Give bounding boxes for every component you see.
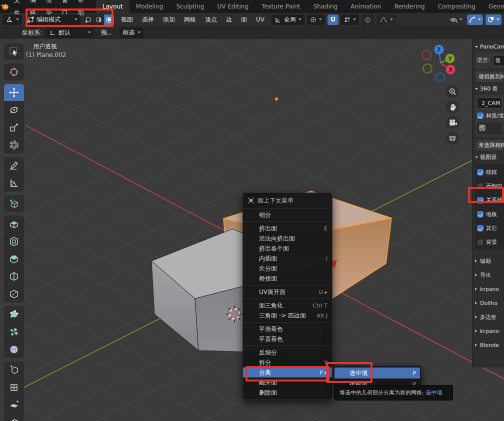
pivot-point-dropdown[interactable] — [307, 14, 325, 25]
navigation-gizmo[interactable]: Z Y X — [421, 41, 460, 86]
tool-scale[interactable] — [4, 119, 24, 136]
tool-shrink-fatten[interactable] — [4, 379, 24, 396]
menu-uv[interactable]: UV — [252, 13, 269, 26]
show-gizmo-dropdown[interactable] — [467, 14, 483, 25]
panel-header-panocam[interactable]: PanoCam — [475, 44, 504, 50]
tab-animation[interactable]: Animation — [344, 0, 388, 13]
menu-item-subdivide[interactable]: 细分 — [243, 210, 332, 220]
tool-measure[interactable] — [4, 174, 24, 192]
menu-item-tris-to-quads[interactable]: 三角面 -> 四边面Alt J — [243, 310, 332, 320]
menu-add[interactable]: 添加 — [158, 13, 180, 26]
menu-item-poke-faces[interactable]: 尖分面 — [243, 264, 332, 274]
section-polygon[interactable]: 多边形 — [475, 310, 504, 324]
menu-item-extrude-individual[interactable]: 挤出各个面 — [243, 244, 332, 254]
gizmo-neg-y[interactable] — [423, 64, 432, 73]
face-orientation-checkbox-row[interactable]: 面朝向 — [477, 179, 504, 193]
vertex-select-button[interactable] — [83, 14, 93, 25]
snap-settings-dropdown[interactable] — [341, 14, 359, 25]
select-tool-dropdown[interactable]: 框选 — [120, 28, 144, 38]
tool-add-cube[interactable] — [4, 195, 24, 212]
tab-geometry-nodes[interactable]: Geometry Nodes — [482, 0, 504, 13]
menu-item-bridge-faces[interactable]: 桥接面 — [243, 274, 332, 284]
language-dropdown[interactable]: 简 — [493, 55, 504, 66]
switch-language-button[interactable]: 请切换到对 — [475, 71, 504, 82]
coordinate-system-dropdown[interactable]: 默认 — [46, 28, 94, 38]
menu-item-delete-faces[interactable]: 删除面 — [243, 388, 332, 398]
section-krpano-2[interactable]: krpano — [475, 324, 504, 338]
snap-toggle-button[interactable] — [328, 14, 338, 25]
tool-edge-slide[interactable] — [4, 362, 24, 378]
tool-spin[interactable] — [4, 324, 24, 340]
menu-item-separate[interactable]: 分离P ▸ — [243, 368, 332, 378]
menu-item-triangulate[interactable]: 面三角化Ctrl T — [243, 300, 332, 310]
section-krpano-1[interactable]: krpano — [475, 282, 504, 296]
tool-smooth[interactable] — [4, 341, 24, 358]
material-world-checkbox-row[interactable]: 材质/世界 — [477, 108, 502, 122]
tool-annotate[interactable] — [4, 157, 24, 174]
tool-knife[interactable] — [4, 286, 24, 302]
tab-shading[interactable]: Shading — [306, 0, 344, 13]
menu-vertex[interactable]: 顶点 — [200, 13, 222, 26]
tool-cursor[interactable] — [4, 64, 24, 80]
tool-tweak-select[interactable] — [4, 43, 24, 60]
proportional-edit-button[interactable] — [362, 14, 374, 25]
menu-face[interactable]: 面 — [236, 13, 252, 26]
tool-transform[interactable] — [4, 136, 24, 154]
menu-view[interactable]: 视图 — [116, 13, 138, 26]
menu-select[interactable]: 选择 — [138, 13, 158, 26]
pan-view-button[interactable] — [446, 100, 459, 114]
tool-loop-cut[interactable] — [4, 268, 24, 285]
section-dollhouse[interactable]: Dollho — [475, 296, 504, 310]
menu-item-extrude-faces[interactable]: 挤出面E — [243, 224, 332, 234]
floor-checkbox-row[interactable]: 地板 — [477, 207, 504, 221]
sub-checkbox[interactable] — [479, 124, 486, 131]
section-assist[interactable]: 辅助 — [475, 254, 504, 268]
others-checkbox-row[interactable]: 其它 — [477, 221, 504, 235]
tool-move[interactable] — [4, 84, 24, 101]
toggle-ortho-button[interactable] — [446, 132, 459, 144]
tool-extrude-region[interactable] — [4, 216, 24, 232]
zoom-view-button[interactable] — [446, 85, 459, 98]
relationship-lines-checkbox-row[interactable]: 关系线 — [477, 193, 504, 207]
wireframe-checkbox-row[interactable]: 线框 — [477, 165, 504, 179]
menu-edge[interactable]: 边 — [222, 13, 236, 26]
tab-sculpting[interactable]: Sculpting — [170, 0, 210, 13]
submenu-item-selection[interactable]: 选中项P — [334, 368, 420, 378]
menu-item-split[interactable]: 拆分Y — [243, 358, 332, 368]
menu-item-inset-faces[interactable]: 内插面I — [243, 254, 332, 264]
section-blender[interactable]: Blende — [475, 338, 504, 352]
proportional-falloff-dropdown[interactable] — [376, 14, 396, 25]
edge-select-button[interactable] — [94, 14, 104, 25]
drag-dropdown[interactable]: 拖... — [98, 28, 116, 38]
transform-orientation-dropdown[interactable]: 全局 — [272, 14, 304, 25]
editor-type-dropdown[interactable] — [2, 14, 22, 25]
tool-poly-build[interactable] — [4, 306, 24, 323]
camera-view-button[interactable] — [446, 116, 459, 129]
tab-uv-editing[interactable]: UV Editing — [210, 0, 255, 13]
face-select-button[interactable] — [104, 14, 114, 25]
menu-item-extrude-along-normals[interactable]: 沿法向挤出面 — [243, 234, 332, 244]
tab-rendering[interactable]: Rendering — [388, 0, 431, 13]
gizmo-neg-x[interactable] — [422, 50, 431, 60]
no-camera-button[interactable]: 未选择相机 — [475, 140, 504, 151]
tool-bevel[interactable] — [4, 250, 24, 268]
tab-modeling[interactable]: Modeling — [130, 0, 170, 13]
panel-header-360[interactable]: 360 查 — [475, 85, 504, 92]
tool-inset-faces[interactable] — [4, 233, 24, 250]
tab-layout[interactable]: Layout — [96, 0, 130, 13]
show-overlays-dropdown[interactable] — [486, 14, 502, 25]
interaction-mode-dropdown[interactable]: 编辑模式 — [24, 14, 80, 25]
blender-logo-icon[interactable] — [0, 0, 9, 13]
object-visibility-dropdown[interactable] — [448, 14, 464, 25]
tool-shear[interactable] — [4, 396, 24, 414]
menu-item-shade-smooth[interactable]: 平滑着色 — [243, 324, 332, 334]
panel-header-view-settings[interactable]: 视图设 — [475, 154, 504, 161]
menu-item-uv-unwrap[interactable]: UV展开面U ▸ — [243, 287, 332, 297]
tool-rip-region[interactable] — [4, 414, 24, 421]
tab-texture-paint[interactable]: Texture Paint — [255, 0, 306, 13]
menu-mesh[interactable]: 网格 — [180, 13, 200, 26]
menu-item-dissolve-faces[interactable]: 融并面 — [243, 378, 332, 388]
gizmo-neg-z[interactable] — [436, 73, 444, 82]
background-checkbox-row[interactable]: 背景 — [477, 235, 504, 249]
tool-rotate[interactable] — [4, 102, 24, 118]
